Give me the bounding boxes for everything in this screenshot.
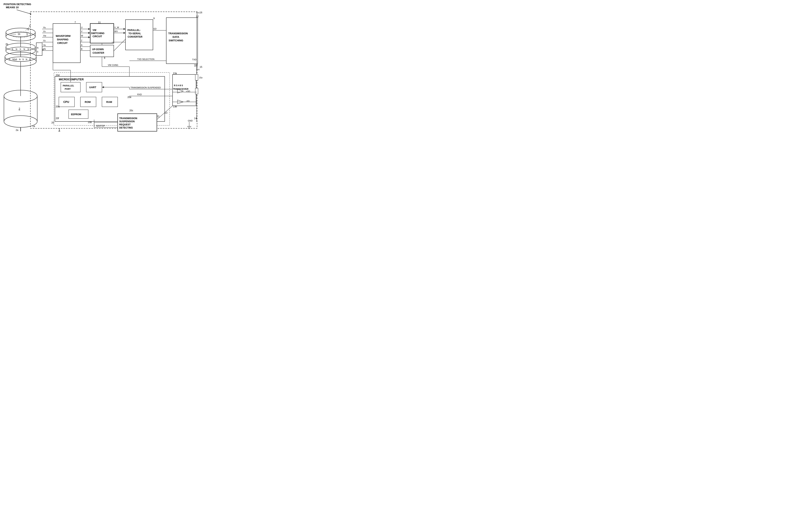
svg-text:15a: 15a — [199, 76, 202, 79]
svg-text:8: 8 — [104, 57, 105, 59]
svg-text:2b: 2b — [5, 43, 8, 46]
svg-text:Vw: Vw — [43, 35, 46, 37]
svg-text:S: S — [37, 51, 38, 53]
svg-text:20: 20 — [51, 121, 54, 124]
svg-text:TRANSCEIVER: TRANSCEIVER — [173, 88, 188, 90]
svg-text:PARALLEL: PARALLEL — [63, 85, 74, 87]
svg-text:TRANSMISSION: TRANSMISSION — [168, 32, 188, 35]
svg-text:1: 1 — [58, 128, 60, 131]
svg-text:TRANSMISSION: TRANSMISSION — [119, 117, 137, 120]
svg-text:RXD: RXD — [137, 93, 142, 95]
svg-text:N: N — [23, 48, 25, 50]
svg-text:A: A — [81, 44, 83, 46]
svg-text:13a: 13a — [173, 72, 177, 75]
svg-text:CIRCUIT: CIRCUIT — [92, 35, 102, 38]
svg-text:Va: Va — [43, 44, 46, 46]
svg-rect-136 — [195, 88, 198, 94]
svg-text:13: 13 — [165, 111, 168, 114]
svg-text:Vz: Vz — [43, 39, 46, 42]
svg-text:SWITCHING: SWITCHING — [169, 39, 183, 42]
svg-text:Vv: Vv — [43, 30, 46, 33]
svg-text:TXD: TXD — [192, 58, 196, 61]
svg-text:TRANSMISSION SUSPENDED: TRANSMISSION SUSPENDED — [131, 86, 161, 89]
svg-text:1a: 1a — [32, 125, 35, 127]
svg-text:14: 14 — [194, 117, 197, 120]
svg-text:13b: 13b — [173, 105, 177, 108]
svg-text:W: W — [81, 35, 83, 37]
svg-text:7: 7 — [74, 21, 76, 24]
svg-text:20a: 20a — [56, 105, 59, 108]
means-10-label: MEANS 10 — [6, 6, 19, 9]
svg-text:N: N — [37, 47, 38, 49]
cpu-label: CPU — [63, 100, 69, 104]
svg-text:2a: 2a — [16, 129, 18, 131]
svg-text:2c: 2c — [14, 58, 16, 61]
svg-text:GND: GND — [188, 120, 193, 122]
svg-text:SDSTOP: SDSTOP — [96, 125, 105, 127]
svg-text:Z: Z — [81, 39, 82, 42]
svg-text:MICROCOMPUTER: MICROCOMPUTER — [59, 78, 84, 81]
svg-text:R S 4 8 5: R S 4 8 5 — [174, 84, 183, 87]
svg-text:Vu: Vu — [43, 26, 46, 29]
svg-text:U: U — [81, 26, 83, 29]
svg-text:DATA: DATA — [173, 35, 179, 38]
svg-text:11: 11 — [98, 21, 101, 24]
svg-text:EEPROM: EEPROM — [71, 113, 81, 116]
svg-text:S: S — [20, 48, 21, 50]
svg-text:15: 15 — [200, 66, 202, 68]
svg-text:Vb: Vb — [43, 48, 46, 50]
svg-text:20f: 20f — [56, 117, 59, 120]
svg-text:20e: 20e — [127, 96, 131, 99]
svg-text:REQUEST: REQUEST — [119, 123, 131, 126]
svg-text:SHAPING: SHAPING — [57, 38, 68, 41]
svg-text:SUSPENSION: SUSPENSION — [119, 120, 135, 123]
svg-text:V: V — [81, 30, 83, 33]
svg-text:S: S — [29, 58, 30, 60]
svg-text:UART: UART — [89, 86, 96, 89]
svg-text:CIRCUIT: CIRCUIT — [57, 41, 68, 45]
svg-text:VW: VW — [92, 29, 97, 32]
svg-text:5: 5 — [27, 33, 28, 36]
svg-text:Vcc: Vcc — [196, 11, 200, 14]
svg-text:VW CHNG: VW CHNG — [108, 64, 118, 66]
svg-text:N: N — [19, 58, 21, 60]
svg-text:COUNTER: COUNTER — [92, 52, 104, 54]
svg-text:20d: 20d — [56, 74, 59, 77]
svg-text:16: 16 — [200, 11, 202, 14]
svg-text:3: 3 — [29, 24, 30, 27]
svg-text:1b: 1b — [18, 33, 20, 35]
svg-text:UP-DOWN: UP-DOWN — [92, 48, 104, 51]
svg-text:S: S — [22, 58, 24, 60]
svg-text:TO-SERIAL: TO-SERIAL — [128, 32, 141, 35]
svg-text:20c: 20c — [130, 109, 133, 112]
svg-text:N: N — [26, 58, 27, 60]
svg-text:PORT: PORT — [65, 88, 71, 90]
svg-text:CONVERTER: CONVERTER — [128, 35, 142, 38]
svg-text:S: S — [12, 48, 13, 50]
waveform-label: WAVEFORM — [56, 35, 71, 37]
svg-text:2: 2 — [19, 107, 20, 110]
svg-rect-117 — [173, 74, 196, 106]
svg-text:4: 4 — [28, 28, 29, 31]
svg-text:PARALLEL-: PARALLEL- — [127, 29, 141, 32]
svg-rect-91 — [90, 45, 114, 57]
svg-text:SWITCHING: SWITCHING — [91, 32, 104, 35]
svg-rect-44 — [36, 43, 42, 55]
position-detecting-label: POSITION DETECTING — [3, 3, 31, 6]
svg-text:B: B — [81, 48, 82, 50]
svg-text:20b: 20b — [88, 121, 92, 124]
svg-text:ROM: ROM — [85, 101, 90, 104]
svg-text:TXD SELECTION: TXD SELECTION — [137, 58, 154, 60]
diagram-container: POSITION DETECTING MEANS 10 S N S N S S … — [0, 0, 202, 133]
svg-text:DETECTING: DETECTING — [119, 126, 133, 129]
svg-text:ED: ED — [154, 28, 156, 30]
svg-text:9: 9 — [153, 17, 155, 20]
svg-text:RAM: RAM — [106, 101, 112, 104]
svg-text:V_W: V_W — [114, 26, 119, 29]
svg-text:N: N — [16, 48, 17, 50]
svg-rect-145 — [61, 82, 81, 92]
svg-rect-133 — [195, 74, 198, 80]
svg-text:S: S — [28, 48, 29, 50]
svg-text:S: S — [9, 58, 10, 60]
svg-text:WV: WV — [114, 30, 118, 33]
